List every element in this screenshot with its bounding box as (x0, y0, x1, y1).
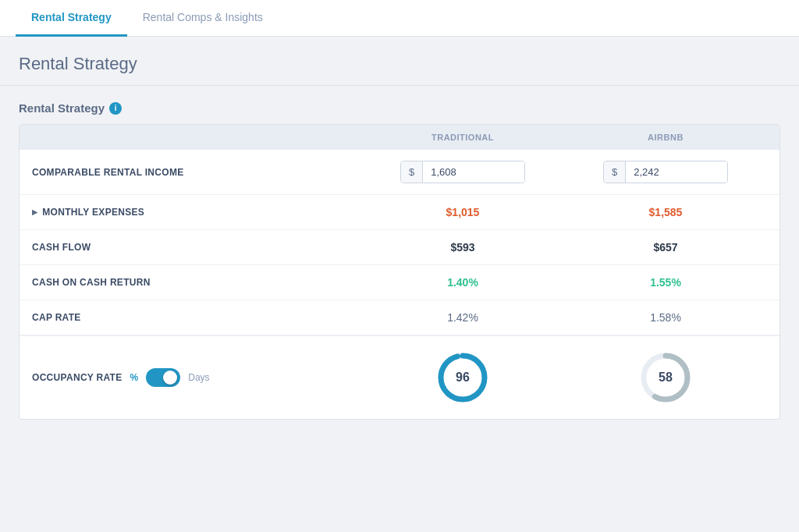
input-airbnb-comparable[interactable] (626, 161, 727, 183)
input-wrapper-airbnb-comparable: $ (603, 161, 728, 183)
occupancy-label-area: OCCUPANCY RATE % Days (32, 368, 361, 387)
value-traditional-coc: 1.40% (447, 276, 478, 289)
toggle-pct-label: % (130, 372, 139, 383)
input-traditional-comparable[interactable] (423, 161, 524, 183)
donut-wrap-traditional: 96 (435, 350, 490, 405)
col-traditional-comparable: $ (361, 161, 564, 183)
occupancy-toggle[interactable] (146, 368, 180, 387)
tab-rental-strategy[interactable]: Rental Strategy (16, 0, 127, 37)
table-row-cash-flow: CASH FLOW $593 $657 (20, 230, 779, 265)
table-row-cash-on-cash: CASH ON CASH RETURN 1.40% 1.55% (20, 265, 779, 300)
header-col-traditional: TRADITIONAL (361, 133, 564, 142)
value-airbnb-cashflow: $657 (653, 241, 677, 254)
col-airbnb-coc: 1.55% (564, 276, 767, 289)
donut-airbnb: 58 (638, 350, 693, 405)
col-airbnb-comparable: $ (564, 161, 767, 183)
page-title: Rental Strategy (19, 54, 780, 74)
info-icon[interactable]: i (109, 102, 122, 115)
strategy-table: TRADITIONAL AIRBNB COMPARABLE RENTAL INC… (19, 124, 780, 420)
col-airbnb-cashflow: $657 (564, 241, 767, 254)
col-airbnb-expenses: $1,585 (564, 206, 767, 218)
table-row-occupancy: OCCUPANCY RATE % Days (20, 335, 779, 419)
donut-value-traditional: 96 (456, 371, 470, 385)
col-traditional-cashflow: $593 (361, 241, 564, 254)
dollar-sign-airbnb: $ (604, 161, 626, 183)
value-traditional-cashflow: $593 (450, 241, 474, 254)
col-traditional-occupancy: 96 (361, 350, 564, 405)
row-label-monthly-expenses: ▶ MONTHLY EXPENSES (32, 207, 361, 218)
col-traditional-expenses: $1,015 (361, 206, 564, 218)
input-wrapper-traditional-comparable: $ (400, 161, 525, 183)
table-row-monthly-expenses: ▶ MONTHLY EXPENSES $1,015 $1,585 (20, 195, 779, 230)
donut-wrap-airbnb: 58 (638, 350, 693, 405)
header-col-airbnb: AIRBNB (564, 133, 767, 142)
col-traditional-coc: 1.40% (361, 276, 564, 289)
section-title: Rental Strategy i (19, 101, 780, 115)
row-label-occupancy: OCCUPANCY RATE (32, 372, 123, 383)
col-airbnb-occupancy: 58 (564, 350, 767, 405)
row-label-comparable-rental-income: COMPARABLE RENTAL INCOME (32, 167, 361, 178)
page-header: Rental Strategy (0, 37, 799, 86)
donut-traditional: 96 (435, 350, 490, 405)
dollar-sign-traditional: $ (401, 161, 423, 183)
value-airbnb-coc: 1.55% (650, 276, 681, 289)
main-content: Rental Strategy i TRADITIONAL AIRBNB COM… (0, 86, 799, 435)
value-traditional-expenses: $1,015 (446, 206, 480, 218)
toggle-days-label: Days (188, 372, 209, 383)
col-traditional-caprate: 1.42% (361, 311, 564, 324)
row-label-cash-flow: CASH FLOW (32, 242, 361, 253)
table-row-cap-rate: CAP RATE 1.42% 1.58% (20, 300, 779, 335)
value-traditional-caprate: 1.42% (447, 311, 478, 324)
header-col-empty (32, 133, 361, 142)
row-label-cash-on-cash: CASH ON CASH RETURN (32, 277, 361, 288)
donut-value-airbnb: 58 (659, 371, 673, 385)
expand-icon[interactable]: ▶ (32, 208, 37, 216)
tab-bar: Rental Strategy Rental Comps & Insights (0, 0, 799, 37)
row-label-cap-rate: CAP RATE (32, 312, 361, 323)
table-header-row: TRADITIONAL AIRBNB (20, 125, 779, 150)
tab-rental-comps[interactable]: Rental Comps & Insights (127, 0, 279, 37)
value-airbnb-expenses: $1,585 (649, 206, 683, 218)
value-airbnb-caprate: 1.58% (650, 311, 681, 324)
col-airbnb-caprate: 1.58% (564, 311, 767, 324)
table-row-comparable-rental-income: COMPARABLE RENTAL INCOME $ $ (20, 150, 779, 195)
